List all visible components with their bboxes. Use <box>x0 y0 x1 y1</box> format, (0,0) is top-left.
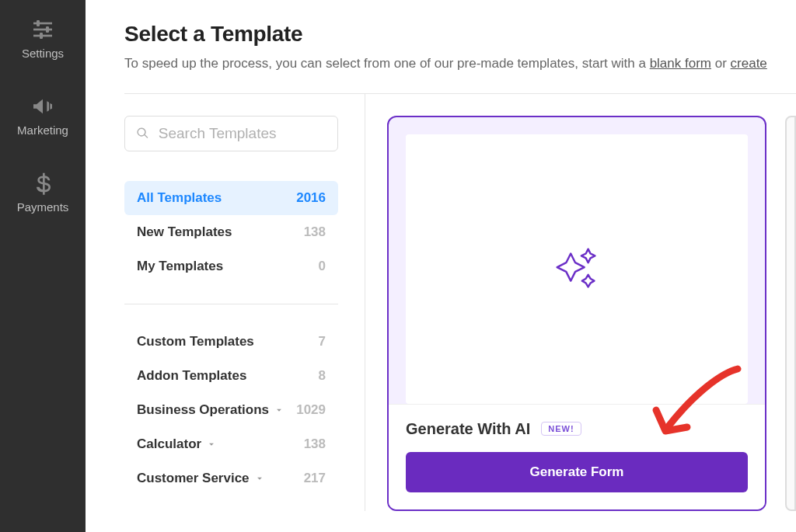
nav-item-settings[interactable]: Settings <box>0 0 86 77</box>
category-customer-service[interactable]: Customer Service 217 <box>124 461 338 495</box>
category-business-operations[interactable]: Business Operations 1029 <box>124 393 338 427</box>
category-new-templates[interactable]: New Templates 138 <box>124 215 338 249</box>
link-blank-form[interactable]: blank form <box>650 56 711 71</box>
dollar-icon <box>30 171 55 196</box>
chevron-down-icon <box>254 473 265 484</box>
megaphone-icon <box>30 94 55 119</box>
search-input[interactable] <box>159 125 326 142</box>
category-list-top: All Templates 2016 New Templates 138 My … <box>124 181 338 283</box>
content-row: All Templates 2016 New Templates 138 My … <box>124 94 796 511</box>
main-content: Select a Template To speed up the proces… <box>86 0 796 532</box>
template-sidebar: All Templates 2016 New Templates 138 My … <box>124 94 365 511</box>
link-create[interactable]: create <box>731 56 767 71</box>
nav-rail: Settings Marketing Payments <box>0 0 86 532</box>
template-preview <box>406 134 748 404</box>
category-custom-templates[interactable]: Custom Templates 7 <box>124 325 338 359</box>
generate-form-button[interactable]: Generate Form <box>406 452 748 492</box>
category-all-templates[interactable]: All Templates 2016 <box>124 181 338 215</box>
nav-label: Payments <box>17 200 69 214</box>
template-footer: Generate With AI NEW! Generate Form <box>389 404 765 509</box>
nav-label: Marketing <box>17 123 68 137</box>
category-addon-templates[interactable]: Addon Templates 8 <box>124 359 338 393</box>
category-divider <box>124 304 338 304</box>
chevron-down-icon <box>206 439 217 450</box>
chevron-down-icon <box>274 405 285 416</box>
page-title: Select a Template <box>124 22 796 47</box>
settings-icon <box>30 17 55 42</box>
template-title-row: Generate With AI NEW! <box>406 420 748 438</box>
category-calculator[interactable]: Calculator 138 <box>124 427 338 461</box>
category-my-templates[interactable]: My Templates 0 <box>124 249 338 283</box>
page-subtitle: To speed up the process, you can select … <box>124 54 796 73</box>
sparkle-icon <box>546 238 607 299</box>
new-badge: NEW! <box>541 422 581 436</box>
search-wrap[interactable] <box>124 116 338 151</box>
template-card-generate-ai[interactable]: Generate With AI NEW! Generate Form <box>387 116 766 511</box>
svg-rect-1 <box>33 29 52 31</box>
search-icon <box>136 126 149 141</box>
template-card-next[interactable] <box>785 116 796 511</box>
template-title: Generate With AI <box>406 420 530 438</box>
nav-label: Settings <box>22 47 64 60</box>
svg-rect-0 <box>33 23 52 25</box>
svg-rect-3 <box>37 20 40 26</box>
svg-rect-5 <box>40 33 43 39</box>
category-list-bottom: Custom Templates 7 Addon Templates 8 Bus… <box>124 325 338 495</box>
template-gallery: Generate With AI NEW! Generate Form <box>365 94 796 511</box>
nav-item-payments[interactable]: Payments <box>0 154 86 231</box>
nav-item-marketing[interactable]: Marketing <box>0 77 86 154</box>
svg-rect-4 <box>46 26 49 33</box>
